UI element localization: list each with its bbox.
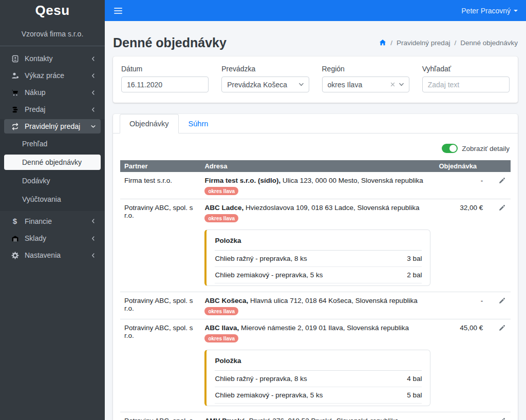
address-cell: Firma test s.r.o. (sídlo), Ulica 123, 00… — [200, 172, 435, 199]
region-badge: okres Ilava — [204, 187, 238, 195]
partner-cell: Potraviny ABC, spol. s r.o. — [120, 319, 200, 412]
user-menu[interactable]: Peter Pracovný — [461, 7, 518, 15]
breadcrumb: / Pravidelný predaj / Denné objednávky — [379, 39, 518, 47]
order-item-qty: 4 bal — [407, 375, 422, 383]
order-items-panel: PoložkaChlieb ražný - prepravka, 8 ks3 b… — [204, 230, 430, 286]
address-line: ABC Ladce, Hviezdoslavova 109, 018 63 La… — [204, 204, 430, 212]
show-details-label: Zobraziť detaily — [462, 145, 510, 152]
chevron-left-icon — [90, 236, 96, 241]
sidebar-item-kontakty[interactable]: Kontakty — [4, 51, 101, 66]
edit-order-button[interactable] — [497, 324, 506, 334]
sidebar-item-prehlad[interactable]: Prehľad — [4, 136, 101, 151]
order-item-row: Chlieb zemiakový - prepravka, 5 ks2 bal — [215, 267, 422, 283]
orders-card: Objednávky Súhrn Zobraziť detaily Partne… — [113, 114, 518, 420]
actions-cell — [487, 319, 511, 412]
chevron-left-icon — [90, 90, 96, 96]
sidebar-item-label: Financie — [25, 217, 52, 225]
tab-suhrn[interactable]: Súhrn — [179, 114, 218, 133]
clear-icon[interactable] — [390, 82, 396, 87]
table-row: Firma test s.r.o.Firma test s.r.o. (sídl… — [120, 172, 511, 199]
pencil-icon — [498, 326, 505, 333]
search-label: Vyhľadať — [422, 65, 510, 73]
column-header-objednavka: Objednávka — [435, 160, 487, 172]
breadcrumb-item-current: Denné objednávky — [460, 39, 518, 47]
search-input[interactable] — [422, 77, 510, 92]
chevron-left-icon — [90, 107, 96, 112]
region-badge: okres Ilava — [204, 214, 238, 222]
partner-cell: Potraviny ABC, spol. s r.o. — [120, 199, 200, 292]
branch-select[interactable]: Prevádzka Košeca — [221, 77, 309, 92]
address-cell: ABC Košeca, Hlavná ulica 712, 018 64 Koš… — [200, 292, 435, 319]
sidebar-item-nastavenia[interactable]: Nastavenia — [4, 248, 101, 262]
partner-cell: Potraviny ABC, spol. s r.o. — [120, 292, 200, 319]
edit-order-button[interactable] — [497, 204, 506, 214]
sidebar-item-label: Predaj — [25, 105, 45, 113]
table-row: Potraviny ABC, spol. s r.o.ABC Ilava, Mi… — [120, 319, 511, 412]
table-row: Potraviny ABC, spol. s r.o.AMV Pruské, P… — [120, 412, 511, 420]
edit-order-button[interactable] — [497, 177, 506, 186]
region-badge: okres Ilava — [204, 307, 238, 315]
pencil-icon — [498, 178, 505, 186]
warehouse-icon — [9, 235, 21, 242]
order-items-header: Položka — [215, 237, 422, 251]
sidebar-nav: KontaktyVýkaz práceNákupPredajPravidelný… — [0, 46, 105, 265]
address-line: AMV Pruské, Pruské 376, 018 52 Pruské, S… — [204, 417, 430, 420]
actions-cell — [487, 412, 511, 420]
order-item-row: Chlieb zemiakový - prepravka, 5 ks5 bal — [215, 387, 422, 404]
edit-order-button[interactable] — [497, 297, 506, 307]
chevron-down-icon — [90, 124, 96, 129]
user-icon — [9, 72, 21, 80]
sidebar-item-dodavky[interactable]: Dodávky — [4, 173, 101, 188]
order-total-cell: - — [435, 172, 487, 199]
order-item-qty: 2 bal — [407, 271, 422, 279]
order-item-qty: 3 bal — [407, 255, 422, 262]
sidebar-item-vykaz-prace[interactable]: Výkaz práce — [4, 68, 101, 83]
breadcrumb-item-parent[interactable]: Pravidelný predaj — [397, 39, 450, 47]
address-cell: ABC Ilava, Mierové námestie 2, 019 01 Il… — [200, 319, 435, 412]
menu-toggle-icon[interactable] — [113, 6, 123, 16]
tab-objednavky[interactable]: Objednávky — [120, 114, 179, 133]
filter-panel: Dátum Prevádzka Prevádzka Košeca Región — [113, 56, 518, 103]
order-items-panel: PoložkaChlieb ražný - prepravka, 8 ks4 b… — [204, 350, 430, 406]
home-icon[interactable] — [379, 39, 386, 46]
sidebar-item-label: Pravidelný predaj — [25, 122, 80, 130]
sidebar: Qesu Vzorová firma s.r.o. KontaktyVýkaz … — [0, 0, 105, 420]
sidebar-item-pravidelny-predaj[interactable]: Pravidelný predaj — [4, 119, 101, 133]
show-details-toggle[interactable] — [442, 144, 458, 153]
sidebar-item-vyuctovania[interactable]: Vyúčtovania — [4, 192, 101, 207]
actions-cell — [487, 172, 511, 199]
address-line: ABC Košeca, Hlavná ulica 712, 018 64 Koš… — [204, 297, 430, 304]
sidebar-item-sklady[interactable]: Sklady — [4, 231, 101, 245]
column-header-actions — [487, 160, 511, 172]
region-label: Región — [322, 65, 409, 73]
region-select[interactable]: okres Ilava — [322, 77, 409, 92]
sidebar-item-denne-objednavky[interactable]: Denné objednávky — [4, 155, 101, 170]
column-header-partner: Partner — [120, 160, 200, 172]
order-total-cell: 32,00 € — [435, 199, 487, 292]
order-item-name: Chlieb zemiakový - prepravka, 5 ks — [215, 271, 323, 279]
date-input[interactable] — [121, 77, 209, 92]
order-total-cell: 45,00 € — [435, 319, 487, 412]
order-item-row: Chlieb ražný - prepravka, 8 ks3 bal — [215, 251, 422, 267]
chevron-left-icon — [90, 218, 96, 224]
repeat-icon — [9, 123, 21, 130]
order-item-name: Chlieb ražný - prepravka, 8 ks — [215, 375, 307, 383]
address-line: Firma test s.r.o. (sídlo), Ulica 123, 00… — [204, 177, 430, 184]
caret-down-icon — [514, 10, 518, 12]
pencil-icon — [498, 205, 505, 213]
sidebar-item-financie[interactable]: $Financie — [4, 214, 101, 228]
dollar-icon: $ — [9, 217, 21, 225]
column-header-adresa: Adresa — [200, 160, 435, 172]
app-logo[interactable]: Qesu — [0, 0, 105, 21]
sidebar-item-nakup[interactable]: Nákup — [4, 85, 101, 100]
sidebar-item-label: Nastavenia — [25, 251, 61, 259]
sidebar-item-label: Kontakty — [25, 54, 52, 63]
region-badge: okres Ilava — [204, 334, 238, 342]
order-item-name: Chlieb ražný - prepravka, 8 ks — [215, 255, 307, 262]
address-cell: ABC Ladce, Hviezdoslavova 109, 018 63 La… — [200, 199, 435, 292]
order-items-header: Položka — [215, 357, 422, 371]
page-title: Denné objednávky — [113, 35, 227, 50]
chevron-left-icon — [90, 56, 96, 62]
sidebar-item-predaj[interactable]: Predaj — [4, 102, 101, 117]
edit-order-button[interactable] — [497, 417, 506, 420]
